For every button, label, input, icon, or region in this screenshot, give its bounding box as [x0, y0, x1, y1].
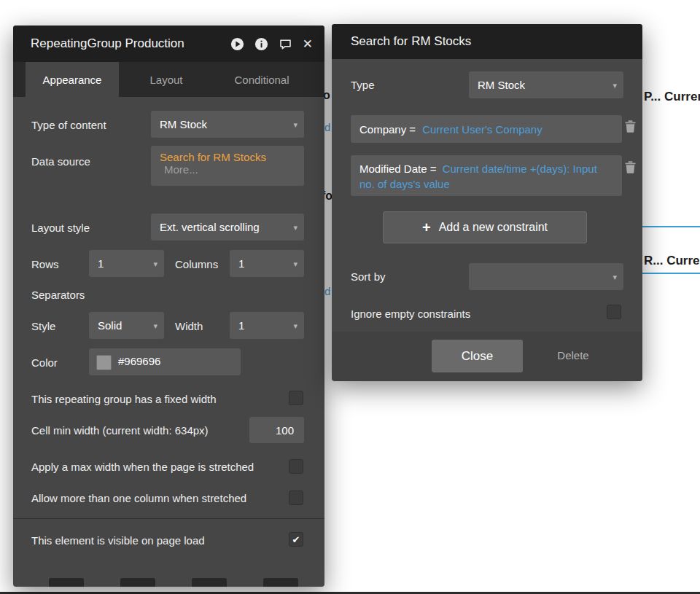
trash-icon[interactable] — [625, 120, 636, 133]
info-icon[interactable] — [254, 37, 268, 51]
data-source-label: Data source — [31, 155, 90, 168]
rows-dropdown[interactable]: 1 ▾ — [89, 250, 164, 277]
constraint-key: Company = — [359, 122, 416, 137]
constraint-value[interactable]: Current User's Company — [422, 122, 542, 137]
one-column-label: Allow more than one column when stretche… — [31, 492, 246, 504]
tab-bar: Appearance Layout Conditional — [13, 62, 324, 97]
one-column-checkbox[interactable] — [289, 491, 303, 505]
layout-style-value: Ext. vertical scrolling — [160, 221, 260, 233]
delete-button[interactable]: Delete — [544, 349, 602, 362]
tab-label: Layout — [149, 74, 182, 86]
visible-on-load-checkbox[interactable]: ✔ — [289, 532, 303, 547]
tab-label: Conditional — [234, 74, 289, 86]
bottom-button-stub[interactable] — [49, 578, 84, 587]
data-source-expression[interactable]: Search for RM Stocks More... — [151, 146, 304, 186]
constraint-key: Modified Date = — [359, 163, 436, 175]
add-constraint-button[interactable]: + Add a new constraint — [383, 211, 587, 243]
search-type-dropdown[interactable]: RM Stock ▾ — [469, 71, 623, 98]
separator-style-value: Solid — [98, 319, 122, 332]
columns-label: Columns — [175, 258, 218, 270]
constraint-row[interactable]: Modified Date = Current date/time +(days… — [351, 155, 622, 196]
separator-style-label: Style — [31, 320, 55, 332]
color-swatch[interactable] — [96, 355, 112, 370]
cell-min-width-input[interactable]: 100 — [249, 417, 304, 443]
separator-width-dropdown[interactable]: 1 ▾ — [230, 312, 304, 339]
color-picker-field[interactable]: #969696 — [89, 348, 241, 375]
fixed-width-label: This repeating group has a fixed width — [31, 393, 216, 405]
chevron-down-icon: ▾ — [153, 321, 158, 330]
background-blue-line — [642, 273, 700, 274]
max-width-label: Apply a max width when the page is stret… — [31, 461, 254, 473]
separator-width-label: Width — [175, 320, 203, 332]
panel-title: Search for RM Stocks — [351, 34, 471, 49]
background-text-fragment: d — [324, 121, 330, 133]
sort-by-dropdown[interactable]: ▾ — [469, 263, 623, 290]
panel-title: RepeatingGroup Production — [31, 36, 184, 51]
columns-dropdown[interactable]: 1 ▾ — [230, 250, 304, 277]
section-divider — [13, 518, 324, 519]
close-button[interactable]: Close — [432, 340, 523, 372]
data-source-more[interactable]: More... — [160, 163, 295, 176]
columns-value: 1 — [238, 257, 244, 270]
data-source-value[interactable]: Search for RM Stocks — [160, 151, 295, 163]
chevron-down-icon: ▾ — [293, 321, 298, 330]
chevron-down-icon: ▾ — [293, 120, 298, 129]
delete-button-label: Delete — [557, 349, 588, 362]
color-value: #969696 — [118, 355, 160, 367]
separators-section-label: Separators — [31, 289, 85, 301]
chevron-down-icon: ▾ — [612, 80, 617, 90]
add-constraint-label: Add a new constraint — [439, 221, 548, 234]
search-popup-panel: Search for RM Stocks Type RM Stock ▾ Com… — [332, 24, 642, 381]
cell-min-width-value: 100 — [276, 424, 294, 437]
panel-header: RepeatingGroup Production ✕ — [13, 26, 324, 62]
plus-icon: + — [422, 220, 431, 235]
separator-color-label: Color — [31, 356, 58, 369]
comment-icon[interactable] — [279, 37, 292, 51]
chevron-down-icon: ▾ — [612, 272, 617, 281]
play-icon[interactable] — [230, 37, 244, 51]
ignore-empty-checkbox[interactable] — [607, 305, 621, 319]
bottom-button-stub[interactable] — [120, 578, 155, 587]
type-of-content-dropdown[interactable]: RM Stock ▾ — [151, 111, 304, 138]
bottom-button-stub[interactable] — [192, 578, 227, 587]
visible-on-load-label: This element is visible on page load — [31, 534, 205, 547]
layout-style-label: Layout style — [31, 222, 90, 234]
checkmark-icon: ✔ — [292, 534, 300, 545]
separator-width-value: 1 — [238, 319, 244, 332]
rows-value: 1 — [98, 257, 104, 270]
tab-conditional[interactable]: Conditional — [214, 62, 310, 97]
tab-appearance[interactable]: Appearance — [26, 62, 119, 97]
background-text-fragment: P... Curren — [644, 90, 700, 104]
rows-label: Rows — [31, 258, 59, 270]
ignore-empty-label: Ignore empty constraints — [351, 308, 470, 320]
tab-layout[interactable]: Layout — [119, 62, 214, 97]
max-width-checkbox[interactable] — [289, 459, 303, 474]
search-type-value: RM Stock — [478, 79, 525, 91]
chevron-down-icon: ▾ — [293, 259, 298, 268]
sort-by-label: Sort by — [351, 270, 386, 283]
search-type-label: Type — [351, 79, 375, 91]
chevron-down-icon: ▾ — [293, 222, 298, 232]
constraint-row[interactable]: Company = Current User's Company — [351, 115, 622, 143]
chevron-down-icon: ▾ — [153, 259, 158, 268]
background-text-fragment: R... Curren — [644, 254, 700, 268]
background-text-fragment: d — [324, 285, 330, 297]
separator-style-dropdown[interactable]: Solid ▾ — [89, 312, 164, 339]
background-blue-line — [642, 226, 700, 227]
fixed-width-checkbox[interactable] — [289, 391, 303, 405]
panel-header-icons: ✕ — [230, 37, 313, 51]
type-of-content-value: RM Stock — [160, 118, 207, 130]
trash-icon[interactable] — [625, 161, 636, 173]
type-of-content-label: Type of content — [31, 119, 106, 131]
layout-style-dropdown[interactable]: Ext. vertical scrolling ▾ — [151, 214, 304, 241]
repeating-group-property-panel: RepeatingGroup Production ✕ Appearance L… — [13, 26, 324, 587]
tab-label: Appearance — [43, 74, 102, 86]
panel-header: Search for RM Stocks — [332, 24, 642, 59]
close-icon[interactable]: ✕ — [303, 38, 313, 50]
close-button-label: Close — [462, 349, 493, 364]
bottom-button-stub[interactable] — [263, 578, 298, 587]
cell-min-width-label: Cell min width (current width: 634px) — [31, 424, 209, 437]
